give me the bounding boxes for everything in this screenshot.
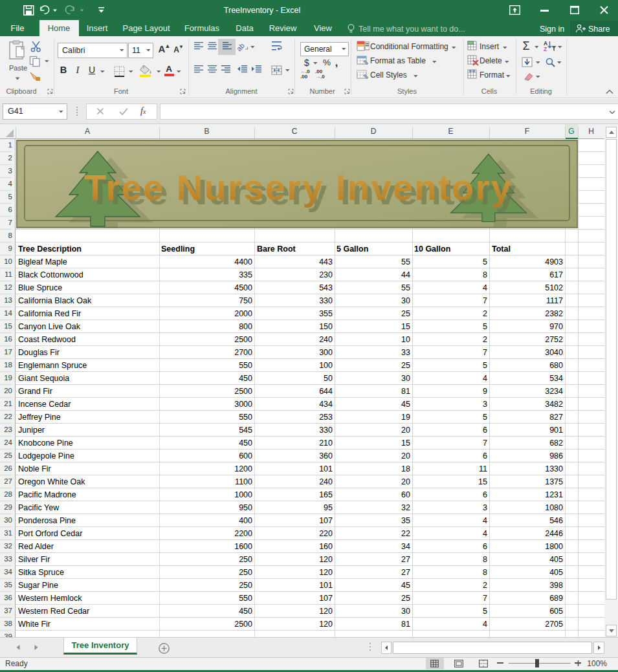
svg-text:Tree Nursery Inventory: Tree Nursery Inventory [84,167,511,208]
svg-text:Z: Z [544,46,547,52]
svg-text:ab: ab [237,41,246,52]
